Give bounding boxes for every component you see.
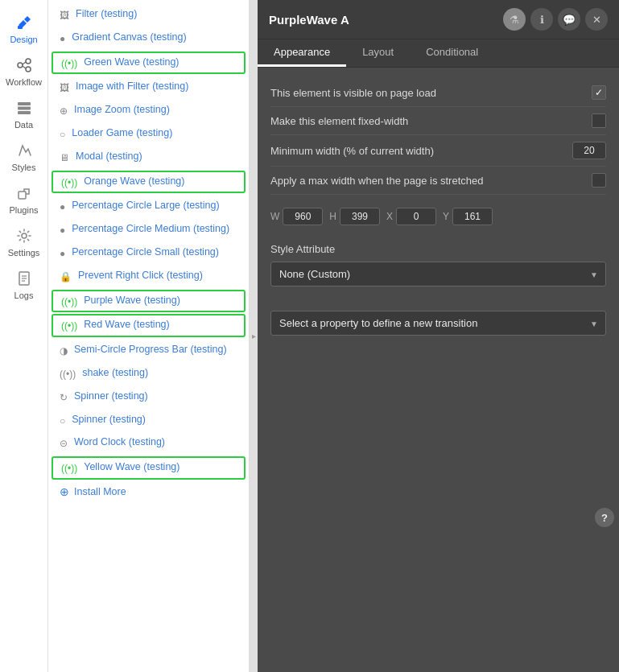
list-item[interactable]: 🖼 Image with Filter (testing) bbox=[48, 76, 249, 99]
list-item[interactable]: 🔒 Prevent Right Click (testing) bbox=[48, 265, 249, 288]
flask-icon: ⚗ bbox=[510, 14, 519, 26]
semicircle-icon: ◑ bbox=[60, 344, 68, 358]
sidebar-item-design[interactable]: Design bbox=[0, 8, 47, 51]
list-item[interactable]: ((•)) shake (testing) bbox=[48, 362, 249, 385]
svg-marker-2 bbox=[24, 16, 31, 23]
list-item[interactable]: ⊝ Word Clock (testing) bbox=[48, 431, 249, 455]
style-attribute-label: Style Attribute bbox=[270, 232, 606, 262]
tab-appearance[interactable]: Appearance bbox=[258, 39, 346, 67]
item-label: Spinner (testing) bbox=[74, 390, 148, 404]
list-item[interactable]: ○ Loader Game (testing) bbox=[48, 122, 249, 146]
item-label: Spinner (testing) bbox=[72, 413, 146, 427]
svg-rect-9 bbox=[18, 107, 31, 110]
sidebar-item-label: Plugins bbox=[9, 205, 38, 215]
circle-icon: ○ bbox=[60, 128, 65, 142]
property-visible-checkbox[interactable] bbox=[592, 85, 606, 100]
svg-point-5 bbox=[26, 67, 31, 72]
item-label: Filter (testing) bbox=[76, 7, 137, 22]
h-input[interactable] bbox=[340, 208, 380, 225]
panel-content: This element is visible on page load Mak… bbox=[258, 68, 619, 672]
list-item[interactable]: ○ Spinner (testing) bbox=[48, 409, 249, 432]
install-more-button[interactable]: ⊕ Install More bbox=[48, 481, 249, 502]
sidebar-item-data[interactable]: Data bbox=[0, 93, 47, 136]
plus-icon: ⊕ bbox=[60, 485, 69, 498]
list-item[interactable]: ● Gradient Canvas (testing) bbox=[48, 27, 249, 50]
sidebar-item-workflow[interactable]: Workflow bbox=[0, 51, 47, 93]
item-label: shake (testing) bbox=[82, 366, 148, 381]
wave-icon: ((•)) bbox=[61, 320, 77, 333]
design-icon bbox=[16, 14, 32, 35]
item-label: Image Zoom (testing) bbox=[74, 103, 170, 117]
item-label: Prevent Right Click (testing) bbox=[78, 269, 203, 283]
y-label: Y bbox=[443, 211, 449, 222]
flask-icon-button[interactable]: ⚗ bbox=[503, 8, 526, 31]
y-group: Y bbox=[443, 208, 493, 225]
item-label: Purple Wave (testing) bbox=[84, 294, 180, 308]
pct-large-icon: ● bbox=[60, 200, 65, 214]
sidebar-item-logs[interactable]: Logs bbox=[0, 264, 47, 307]
help-button[interactable]: ? bbox=[595, 508, 614, 527]
lock-icon: 🔒 bbox=[60, 270, 72, 284]
list-item[interactable]: ● Percentage Circle Small (testing) bbox=[48, 241, 249, 265]
style-attribute-select[interactable]: None (Custom) bbox=[270, 262, 606, 287]
property-visible: This element is visible on page load bbox=[270, 79, 606, 107]
list-item[interactable]: 🖥 Modal (testing) bbox=[48, 146, 249, 169]
image-icon: 🖼 bbox=[60, 9, 69, 23]
tab-layout[interactable]: Layout bbox=[346, 39, 410, 67]
close-icon-button[interactable]: ✕ bbox=[585, 8, 608, 31]
x-input[interactable] bbox=[396, 208, 436, 225]
item-label: Word Clock (testing) bbox=[74, 435, 165, 450]
svg-rect-11 bbox=[19, 192, 26, 199]
w-input[interactable] bbox=[283, 208, 323, 225]
svg-point-4 bbox=[26, 59, 31, 64]
wave-icon: ((•)) bbox=[61, 295, 77, 309]
chat-icon-button[interactable]: 💬 bbox=[558, 8, 580, 31]
sidebar: Design Workflow Data bbox=[0, 0, 48, 672]
property-max-width-checkbox[interactable] bbox=[592, 173, 606, 188]
list-item-highlighted[interactable]: ((•)) Orange Wave (testing) bbox=[52, 171, 246, 194]
svg-line-6 bbox=[23, 62, 26, 64]
close-icon: ✕ bbox=[592, 14, 601, 26]
list-item[interactable]: ◑ Semi-Circle Progress Bar (testing) bbox=[48, 339, 249, 362]
list-item[interactable]: ● Percentage Circle Medium (testing) bbox=[48, 218, 249, 241]
wave-icon: ((•)) bbox=[61, 462, 77, 476]
pct-medium-icon: ● bbox=[60, 224, 65, 237]
list-item-highlighted[interactable]: ((•)) Yellow Wave (testing) bbox=[52, 456, 246, 480]
list-item[interactable]: ↻ Spinner (testing) bbox=[48, 385, 249, 409]
item-label: Loader Game (testing) bbox=[72, 126, 172, 141]
item-label: Percentage Circle Large (testing) bbox=[72, 199, 219, 213]
pct-small-icon: ● bbox=[60, 247, 65, 261]
svg-rect-8 bbox=[18, 102, 31, 105]
list-item-highlighted[interactable]: ((•)) Green Wave (testing) bbox=[52, 52, 246, 75]
y-input[interactable] bbox=[452, 208, 493, 225]
item-label: Orange Wave (testing) bbox=[84, 175, 184, 189]
info-icon-button[interactable]: ℹ bbox=[530, 8, 553, 31]
plugin-list: 🖼 Filter (testing) ● Gradient Canvas (te… bbox=[48, 0, 250, 672]
list-item[interactable]: ● Percentage Circle Large (testing) bbox=[48, 195, 249, 218]
list-item[interactable]: 🖼 Filter (testing) bbox=[48, 3, 249, 27]
sidebar-item-settings[interactable]: Settings bbox=[0, 221, 47, 264]
property-min-width-input[interactable] bbox=[572, 142, 606, 159]
list-item-highlighted[interactable]: ((•)) Purple Wave (testing) bbox=[52, 290, 246, 313]
data-icon bbox=[16, 100, 32, 120]
list-item[interactable]: ⊕ Image Zoom (testing) bbox=[48, 99, 249, 122]
sidebar-item-plugins[interactable]: Plugins bbox=[0, 179, 47, 221]
sidebar-item-styles[interactable]: Styles bbox=[0, 136, 47, 179]
list-item-highlighted[interactable]: ((•)) Red Wave (testing) bbox=[52, 314, 246, 337]
sidebar-item-label: Workflow bbox=[6, 77, 42, 87]
panel-title: PurpleWave A bbox=[269, 13, 349, 27]
resize-handle[interactable]: ▸ bbox=[250, 0, 258, 672]
transition-select[interactable]: Select a property to define a new transi… bbox=[270, 311, 606, 336]
appearance-panel: PurpleWave A ⚗ ℹ 💬 ✕ Appearance Layout C… bbox=[258, 0, 619, 672]
property-min-width: Minimum width (% of current width) bbox=[270, 135, 606, 167]
item-label: Green Wave (testing) bbox=[84, 56, 179, 70]
svg-rect-10 bbox=[18, 111, 31, 114]
property-visible-label: This element is visible on page load bbox=[270, 87, 592, 99]
transition-dropdown-wrapper: Select a property to define a new transi… bbox=[270, 311, 606, 336]
tab-conditional[interactable]: Conditional bbox=[410, 39, 494, 67]
property-fixed-width-checkbox[interactable] bbox=[592, 113, 606, 128]
sidebar-item-label: Logs bbox=[14, 291, 34, 300]
item-label: Red Wave (testing) bbox=[84, 318, 170, 332]
w-label: W bbox=[270, 211, 279, 222]
height-group: H bbox=[329, 208, 380, 225]
